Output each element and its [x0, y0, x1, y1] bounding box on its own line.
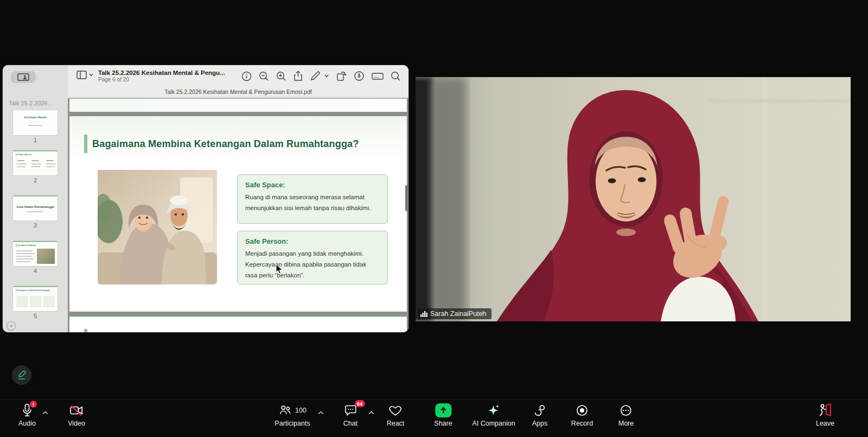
thumb-2-col [31, 160, 39, 161]
thumb-1-title: Kesihatan Mental [13, 116, 58, 119]
thumb-2-line [17, 163, 27, 164]
audio-level-icon [420, 311, 427, 317]
video-button[interactable]: Video [68, 403, 85, 427]
pdf-title-block: Talk 25.2.2026 Kesihatan Mental & Pengu.… [98, 69, 225, 83]
participants-icon [278, 404, 292, 417]
pdf-page-6: Bagaimana Membina Ketenangan Dalam Rumah… [69, 116, 407, 312]
slide-title-block: Bagaimana Membina Ketenangan Dalam Rumah… [84, 135, 359, 153]
participant-name-tag: Sarah ZainalPuteh [418, 308, 492, 319]
slide-thumbnail-1[interactable]: Kesihatan Mental ————— [13, 110, 58, 135]
pdf-page-indicator: Page 6 of 20 [98, 77, 225, 83]
markup-button[interactable] [310, 71, 321, 81]
thumb-2-col [17, 160, 24, 161]
speaker-video-tile[interactable]: Sarah ZainalPuteh [416, 77, 851, 321]
share-screen-icon [435, 403, 451, 417]
share-button[interactable]: Share [434, 403, 452, 427]
video-label: Video [68, 420, 85, 427]
slide-thumbnail-2[interactable]: Fokus Hari Ini [13, 150, 58, 175]
slide-title-accent-bar [84, 135, 87, 153]
heart-icon [388, 404, 403, 417]
audio-menu-chevron[interactable] [42, 408, 48, 416]
search-button[interactable] [391, 71, 401, 81]
form-field-button[interactable] [372, 72, 384, 80]
markup-menu-chevron[interactable] [324, 74, 329, 78]
chat-button[interactable]: 64 Chat [343, 403, 358, 427]
slide-title: Bagaimana Membina Ketenangan Dalam Rumah… [92, 138, 359, 150]
safe-person-box: Safe Person: Menjadi pasangan yang tidak… [237, 231, 388, 284]
record-label: Record [571, 420, 593, 427]
ai-companion-label: AI Companion [472, 420, 515, 427]
slide-thumbnail-4[interactable]: Landasan Sakinah [13, 241, 58, 266]
rotate-icon [336, 71, 347, 81]
thumb-3-title: Asas Dalam Rumahtangga [13, 205, 58, 208]
thumb-5-title: Komponen Utama Rumahtangga [16, 289, 50, 292]
thumb-2-col [46, 160, 54, 161]
participants-label: Participants [275, 420, 310, 427]
thumb-2-line [46, 166, 55, 167]
meeting-control-bar: ! Audio Video [0, 399, 868, 437]
info-button[interactable] [241, 71, 252, 81]
thumb-5-box [43, 296, 55, 308]
audio-label: Audio [18, 420, 36, 427]
search-icon [391, 71, 401, 81]
ai-companion-button[interactable]: AI Companion [472, 403, 515, 427]
chat-label: Chat [343, 420, 358, 427]
thumb-1-number: 1 [3, 137, 68, 143]
slide-thumbnail-3[interactable]: Asas Dalam Rumahtangga [13, 195, 58, 220]
speaker-video-frame [416, 77, 851, 321]
thumb-5-box [16, 296, 28, 308]
share-export-button[interactable] [293, 71, 303, 81]
couple-photo [98, 170, 217, 284]
safe-space-body: Ruang di mana seseorang merasa selamat m… [245, 192, 380, 214]
share-export-icon [293, 71, 303, 81]
next-slide-title-partial: Bagaimana Menjadi “Safe Person” [92, 332, 244, 332]
zoom-out-button[interactable] [259, 71, 269, 81]
sidebar-toggle-button[interactable] [76, 71, 93, 79]
pdf-thumbnail-sidebar: Talk 25.2.2026... Kesihatan Mental —————… [3, 65, 68, 332]
zoom-meeting-window: Talk 25.2.2026... Kesihatan Mental —————… [0, 0, 868, 437]
form-field-icon [372, 72, 384, 80]
thumb-4-line [16, 258, 34, 259]
pdf-doc-title: Talk 25.2.2026 Kesihatan Mental & Pengu.… [98, 69, 225, 76]
thumb-2-line [46, 163, 56, 164]
next-slide-accent-bar [84, 329, 87, 332]
apps-button[interactable]: Apps [532, 403, 548, 427]
add-page-button[interactable]: + [7, 321, 16, 331]
mouse-cursor [276, 264, 283, 275]
share-label: Share [434, 420, 452, 427]
leave-label: Leave [816, 420, 834, 427]
react-button[interactable]: React [387, 403, 405, 427]
markup-pencil-icon [310, 71, 321, 81]
safe-person-heading: Safe Person: [245, 237, 380, 245]
slide-thumbnail-5[interactable]: Komponen Utama Rumahtangga [13, 286, 58, 311]
thumb-1-line [28, 125, 42, 126]
chat-menu-chevron[interactable] [368, 408, 374, 416]
pdf-scrollbar-thumb[interactable] [405, 185, 408, 211]
screen-share-icon [17, 73, 29, 81]
thumb-4-line [16, 253, 35, 254]
rotate-page-button[interactable] [336, 71, 347, 81]
shared-screen-pdf-window: Talk 25.2.2026... Kesihatan Mental —————… [3, 65, 409, 332]
participants-button[interactable]: 100 Participants [275, 403, 310, 427]
chevron-up-icon [318, 411, 324, 415]
info-icon [241, 71, 252, 81]
annotate-button[interactable] [12, 365, 31, 385]
screen-share-source-button[interactable] [11, 71, 36, 83]
annotate-pencil-icon [17, 370, 27, 380]
thumb-4-line [16, 261, 30, 262]
leave-button[interactable]: Leave [816, 403, 834, 427]
thumb-4-line [16, 256, 31, 257]
audio-alert-badge: ! [30, 401, 37, 408]
record-button[interactable]: Record [571, 403, 593, 427]
thumb-2-title: Fokus Hari Ini [16, 154, 31, 156]
thumb-5-box [30, 296, 41, 308]
thumb-2-line [31, 163, 41, 164]
fill-sign-button[interactable] [354, 71, 365, 81]
participants-menu-chevron[interactable] [318, 408, 324, 416]
safe-space-box: Safe Space: Ruang di mana seseorang mera… [237, 174, 388, 224]
apps-label: Apps [532, 420, 548, 427]
zoom-in-button[interactable] [276, 71, 286, 81]
chevron-up-icon [42, 411, 48, 415]
more-button[interactable]: More [618, 403, 634, 427]
audio-button[interactable]: ! Audio [18, 403, 36, 427]
